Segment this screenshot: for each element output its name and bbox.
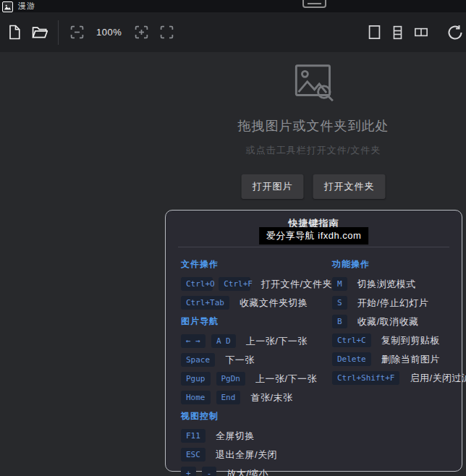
- open-file-button[interactable]: [8, 25, 21, 40]
- zoom-in-button[interactable]: [134, 25, 149, 40]
- key-badge: Delete: [332, 352, 371, 366]
- shortcut-row: S开始/停止幻灯片: [332, 296, 466, 310]
- shortcut-description: 收藏/取消收藏: [357, 315, 419, 328]
- shortcut-row: B收藏/取消收藏: [332, 315, 466, 328]
- shortcut-description: 退出全屏/关闭: [216, 449, 277, 462]
- key-badge: -: [202, 467, 217, 476]
- key-badge: S: [332, 296, 347, 310]
- shortcut-section: 视图控制F11全屏切换ESC退出全屏/关闭+-放大/缩小Ctrl+0适应/原始尺…: [181, 410, 332, 476]
- shortcut-description: 切换浏览模式: [357, 278, 416, 291]
- shortcut-section-title: 视图控制: [181, 410, 332, 422]
- key-badge: ← →: [181, 334, 206, 348]
- key-badge: End: [216, 391, 241, 404]
- minimized-window-icon[interactable]: [302, 0, 326, 8]
- drop-zone-subheading: 或点击工具栏打开文件/文件夹: [238, 144, 389, 157]
- open-image-button[interactable]: 打开图片: [242, 174, 304, 199]
- shortcut-section: 功能操作M切换浏览模式S开始/停止幻灯片B收藏/取消收藏Ctrl+C复制到剪贴板…: [332, 258, 466, 385]
- shortcut-description: 上一张/下一张: [246, 335, 308, 348]
- shortcut-section: 图片导航← →A D上一张/下一张Space下一张PgupPgDn上一张/下一张…: [181, 315, 332, 404]
- refresh-button[interactable]: [446, 24, 464, 41]
- key-badge: Home: [181, 391, 211, 404]
- shortcut-row: Ctrl+Shift+F启用/关闭过滤: [332, 371, 466, 385]
- key-badge: Ctrl+Tab: [181, 296, 229, 310]
- shortcut-description: 启用/关闭过滤: [410, 372, 466, 385]
- zoom-out-button[interactable]: [69, 25, 85, 40]
- key-badge: PgDn: [216, 372, 246, 386]
- open-folder-button-main[interactable]: 打开文件夹: [313, 174, 386, 199]
- shortcut-row: ← →A D上一张/下一张: [181, 334, 332, 348]
- shortcut-description: 放大/缩小: [226, 467, 268, 476]
- shortcut-row: HomeEnd首张/末张: [181, 391, 332, 404]
- shortcut-row: Ctrl+Tab收藏文件夹切换: [181, 296, 332, 310]
- watermark: 爱分享导航 ifxdh.com: [259, 227, 369, 245]
- key-badge: Ctrl+Shift+F: [332, 371, 399, 385]
- shortcut-column-right: 功能操作M切换浏览模式S开始/停止幻灯片B收藏/取消收藏Ctrl+C复制到剪贴板…: [332, 252, 466, 476]
- image-placeholder-icon: [289, 59, 337, 107]
- shortcut-row: Ctrl+C复制到剪贴板: [332, 333, 466, 347]
- shortcut-section-title: 文件操作: [181, 258, 332, 271]
- fit-size-button[interactable]: [159, 25, 174, 40]
- shortcut-row: F11全屏切换: [181, 429, 332, 443]
- shortcut-description: 开始/停止幻灯片: [357, 297, 429, 310]
- shortcut-description: 收藏文件夹切换: [240, 297, 308, 310]
- shortcut-description: 首张/末张: [250, 391, 292, 404]
- shortcut-row: Ctrl+OCtrl+F打开文件/文件夹: [181, 277, 332, 291]
- titlebar: 漫游: [0, 0, 466, 12]
- shortcut-description: 上一张/下一张: [255, 373, 317, 386]
- key-badge: Space: [181, 353, 215, 367]
- open-folder-button[interactable]: [32, 25, 48, 39]
- drop-zone-heading: 拖拽图片或文件夹到此处: [238, 117, 389, 135]
- shortcut-description: 删除当前图片: [381, 353, 440, 366]
- toolbar: 100%: [0, 12, 466, 52]
- key-badge: ESC: [181, 448, 206, 462]
- app-title: 漫游: [18, 1, 35, 12]
- toolbar-separator: [58, 20, 59, 45]
- key-badge: Ctrl+C: [332, 333, 371, 347]
- shortcut-guide-panel: 快捷键指南 爱分享导航 ifxdh.com 文件操作Ctrl+OCtrl+F打开…: [165, 210, 462, 472]
- shortcut-section: 文件操作Ctrl+OCtrl+F打开文件/文件夹Ctrl+Tab收藏文件夹切换: [181, 258, 332, 310]
- single-page-view-button[interactable]: [368, 25, 381, 40]
- app-logo-icon: [2, 1, 13, 12]
- key-badge: Pgup: [181, 372, 211, 386]
- shortcut-description: 复制到剪贴板: [381, 334, 440, 347]
- image-viewer-window: 漫游 100%: [0, 0, 466, 476]
- shortcut-row: ESC退出全屏/关闭: [181, 448, 332, 462]
- shortcut-row: PgupPgDn上一张/下一张: [181, 372, 332, 386]
- key-badge: M: [332, 277, 347, 291]
- key-badge: Ctrl+F: [219, 277, 250, 291]
- shortcut-description: 全屏切换: [216, 430, 255, 443]
- shortcut-row: M切换浏览模式: [332, 277, 466, 291]
- drop-zone[interactable]: 拖拽图片或文件夹到此处 或点击工具栏打开文件/文件夹 打开图片 打开文件夹: [238, 59, 389, 199]
- shortcut-row: Delete删除当前图片: [332, 352, 466, 366]
- panel-divider: [178, 247, 449, 247]
- shortcut-section-title: 图片导航: [181, 315, 332, 328]
- key-badge: F11: [181, 429, 206, 443]
- shortcut-row: Space下一张: [181, 353, 332, 367]
- zoom-level: 100%: [96, 27, 122, 38]
- list-view-button[interactable]: [392, 25, 403, 40]
- key-badge: A D: [211, 334, 236, 348]
- key-badge: Ctrl+O: [181, 277, 213, 291]
- shortcut-column-left: 文件操作Ctrl+OCtrl+F打开文件/文件夹Ctrl+Tab收藏文件夹切换图…: [181, 252, 332, 476]
- key-badge: +: [181, 467, 196, 476]
- key-badge: B: [332, 315, 347, 328]
- shortcut-row: +-放大/缩小: [181, 467, 332, 476]
- shortcut-section-title: 功能操作: [332, 258, 466, 271]
- shortcut-description: 下一张: [225, 354, 255, 367]
- double-page-view-button[interactable]: [414, 27, 428, 37]
- shortcut-description: 打开文件/文件夹: [260, 278, 332, 291]
